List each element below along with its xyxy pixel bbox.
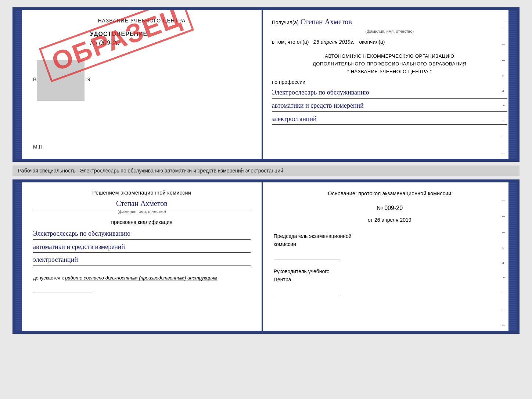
- profession-line3: электростанций: [272, 113, 507, 125]
- photo-placeholder: [37, 60, 85, 101]
- school-name-top: НАЗВАНИЕ УЧЕБНОГО ЦЕНТРА: [33, 18, 251, 24]
- mp-line: М.П.: [33, 144, 44, 150]
- org-line2: ДОПОЛНИТЕЛЬНОГО ПРОФЕССИОНАЛЬНОГО ОБРАЗО…: [272, 60, 507, 68]
- qual-line3: электростанций: [33, 254, 251, 266]
- resheniem-title: Решением экзаменационной комиссии: [33, 190, 251, 196]
- vtom-line: в том, что он(а) 26 апреля 2019г. окончи…: [272, 39, 507, 45]
- vtom-date: 26 апреля 2019г.: [310, 39, 357, 45]
- profession-line1: Электрослесарь по обслуживанию: [272, 87, 507, 99]
- cert-title-area: УДОСТОВЕРЕНИЕ № 009-20: [90, 31, 251, 47]
- bottom-left-sign-line: [33, 292, 92, 292]
- name-dash: –: [504, 19, 507, 25]
- document-container: НАЗВАНИЕ УЧЕБНОГО ЦЕНТРА УДОСТОВЕРЕНИЕ №…: [12, 7, 520, 334]
- okonchil-label: окончил(а): [359, 39, 385, 45]
- dopuskaetsya-block: допускается к работе согласно должностны…: [33, 275, 251, 281]
- fio-label: (фамилия, имя, отчество): [272, 29, 507, 33]
- poluchil-label: Получил(а): [272, 19, 299, 25]
- udostoverenie-title: УДОСТОВЕРЕНИЕ: [90, 31, 251, 38]
- bottom-left-page: Решением экзаменационной комиссии Степан…: [22, 182, 263, 331]
- predsedatel-block: Председатель экзаменационной комиссии: [274, 232, 506, 260]
- protocol-number: № 009-20: [274, 205, 506, 211]
- rukovoditel-line2: Центра: [274, 275, 506, 284]
- profession-block: Электрослесарь по обслуживанию автоматик…: [272, 87, 507, 125]
- profession-line2: автоматики и средств измерений: [272, 100, 507, 112]
- recipient-name: Степан Ахметов: [301, 18, 503, 27]
- vtom-label: в том, что он(а): [272, 39, 309, 45]
- rukovoditel-sign-line: [274, 295, 340, 295]
- bottom-right-dashes: – – – и а ← – – –: [502, 197, 506, 328]
- cert-number: № 009-20: [90, 39, 251, 47]
- org-line3: " НАЗВАНИЕ УЧЕБНОГО ЦЕНТРА ": [272, 68, 507, 76]
- bottom-document: Решением экзаменационной комиссии Степан…: [12, 179, 520, 334]
- bottom-recipient-name: Степан Ахметов: [33, 199, 251, 209]
- left-page: НАЗВАНИЕ УЧЕБНОГО ЦЕНТРА УДОСТОВЕРЕНИЕ №…: [22, 10, 263, 159]
- prisvoena-label: присвоена квалификация: [33, 219, 251, 225]
- bottom-right-page: Основание: протокол экзаменационной коми…: [263, 182, 517, 331]
- qualification-block: Электрослесарь по обслуживанию автоматик…: [33, 228, 251, 266]
- osnovanie-label: Основание: протокол экзаменационной коми…: [274, 190, 506, 197]
- bottom-fio-label: (фамилия, имя, отчество): [33, 209, 251, 214]
- predsedatel-line2: комиссии: [274, 240, 506, 248]
- rukovoditel-block: Руководитель учебного Центра: [274, 267, 506, 295]
- rukovoditel-line1: Руководитель учебного: [274, 267, 506, 275]
- right-page-top: Получил(а) Степан Ахметов – (фамилия, им…: [263, 10, 517, 159]
- ot-date-value: 26 апреля 2019: [374, 217, 411, 223]
- org-line1: АВТОНОМНУЮ НЕКОММЕРЧЕСКУЮ ОРГАНИЗАЦИЮ: [272, 53, 507, 60]
- right-spine-top: [508, 10, 517, 159]
- predsedatel-sign-line: [274, 260, 340, 260]
- poprofessii-label: по профессии: [272, 79, 507, 85]
- org-block: АВТОНОМНУЮ НЕКОММЕРЧЕСКУЮ ОРГАНИЗАЦИЮ ДО…: [272, 53, 507, 75]
- right-dashes: – – – и а ← – – –: [502, 25, 506, 156]
- poluchil-line: Получил(а) Степан Ахметов –: [272, 18, 507, 27]
- qual-line2: автоматики и средств измерений: [33, 241, 251, 253]
- dopusk-value: работе согласно должностным (производств…: [65, 275, 218, 281]
- ot-date: от 26 апреля 2019: [274, 217, 506, 223]
- left-spine-bottom: [15, 182, 22, 331]
- ot-label: от: [368, 217, 373, 223]
- qual-line1: Электрослесарь по обслуживанию: [33, 228, 251, 240]
- worker-specialty: Рабочая специальность - Электрослесарь п…: [12, 165, 520, 176]
- left-spine: [15, 10, 22, 159]
- dopuskaetsya-label: допускается к: [33, 275, 64, 281]
- right-spine-bottom: [508, 182, 517, 331]
- predsedatel-line1: Председатель экзаменационной: [274, 232, 506, 240]
- top-document: НАЗВАНИЕ УЧЕБНОГО ЦЕНТРА УДОСТОВЕРЕНИЕ №…: [12, 7, 520, 162]
